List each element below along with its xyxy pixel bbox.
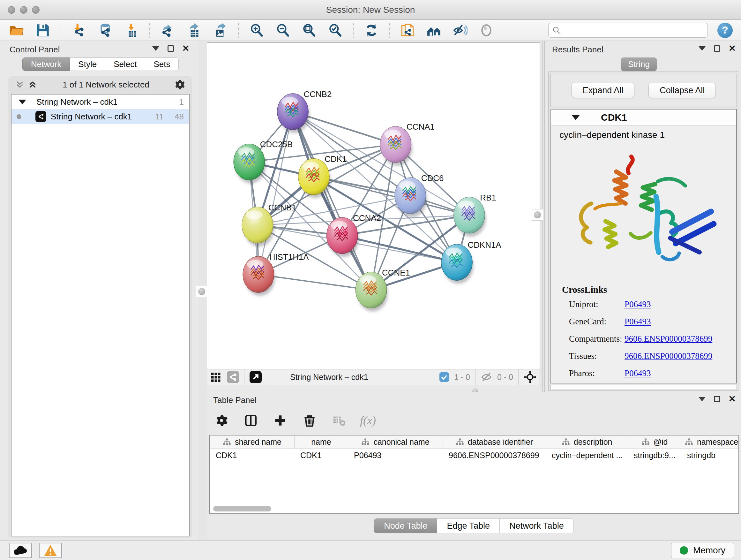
protein-card-header[interactable]: CDK1 bbox=[551, 110, 736, 125]
node-CCNA2[interactable]: CCNA2 bbox=[327, 213, 381, 257]
warning-button[interactable] bbox=[39, 543, 62, 558]
delete-table-icon[interactable] bbox=[331, 412, 347, 429]
home-view-button[interactable] bbox=[426, 22, 442, 39]
node-CCNB2[interactable]: CCNB2 bbox=[277, 90, 332, 133]
table-cell[interactable]: 9606.ENSP00000378699 bbox=[443, 449, 546, 462]
toolbar-separator bbox=[238, 23, 239, 38]
expand-all-tree-icon[interactable] bbox=[26, 78, 39, 91]
crosslink-link[interactable]: P06493 bbox=[624, 317, 651, 326]
network-canvas[interactable]: CCNB2CCNA1CDC25BCDK1CDC6RB1CCNB1CCNA2CDK… bbox=[207, 43, 540, 369]
tab-network[interactable]: Network bbox=[22, 57, 70, 71]
crosslink-link[interactable]: P06493 bbox=[624, 368, 651, 378]
panel-menu-icon[interactable] bbox=[698, 46, 705, 51]
zoom-fit-button[interactable] bbox=[300, 22, 317, 39]
column-header-name[interactable]: name bbox=[294, 435, 348, 449]
search-input[interactable] bbox=[563, 26, 704, 35]
column-header-shared-name[interactable]: shared name bbox=[210, 435, 294, 449]
tab-style[interactable]: Style bbox=[70, 57, 105, 71]
float-panel-icon[interactable] bbox=[167, 45, 174, 52]
network-share-icon[interactable] bbox=[227, 371, 239, 383]
table-horizontal-scrollbar[interactable] bbox=[213, 506, 271, 511]
crosslink-link[interactable]: P06493 bbox=[624, 300, 651, 309]
import-network-database-button[interactable] bbox=[97, 22, 114, 39]
network-graph[interactable]: CCNB2CCNA1CDC25BCDK1CDC6RB1CCNB1CCNA2CDK… bbox=[207, 43, 540, 369]
edge-CCNA2-CDKN1A[interactable] bbox=[342, 236, 457, 262]
table-cell[interactable]: P06493 bbox=[348, 449, 443, 462]
zoom-selected-button[interactable] bbox=[327, 22, 343, 39]
close-panel-icon[interactable]: ✕ bbox=[729, 45, 736, 52]
table-cell[interactable]: CDK1 bbox=[294, 449, 348, 462]
import-network-file-button[interactable] bbox=[71, 22, 87, 39]
birdseye-grid-icon[interactable] bbox=[210, 371, 222, 383]
hide-unhide-button[interactable] bbox=[452, 22, 468, 39]
table-options-gear-icon[interactable] bbox=[213, 412, 230, 429]
export-image-button[interactable] bbox=[212, 22, 228, 39]
cloud-button[interactable] bbox=[9, 543, 32, 558]
table-cell[interactable]: cyclin–dependent ... bbox=[546, 449, 628, 462]
zoom-out-button[interactable] bbox=[274, 22, 291, 39]
panel-menu-icon[interactable] bbox=[698, 397, 705, 401]
table-cell[interactable]: stringdb bbox=[681, 449, 739, 462]
expand-all-button[interactable]: Expand All bbox=[571, 83, 635, 98]
hidden-eye-slash-icon[interactable] bbox=[481, 371, 492, 383]
network-options-gear-icon[interactable] bbox=[173, 78, 187, 91]
zoom-in-button[interactable] bbox=[248, 22, 265, 39]
column-header-@id[interactable]: @id bbox=[628, 435, 681, 449]
delete-column-trash-icon[interactable] bbox=[301, 412, 318, 429]
crosslink-link[interactable]: 9606.ENSP00000378699 bbox=[624, 351, 712, 361]
export-network-button[interactable] bbox=[159, 22, 176, 39]
collapse-all-tree-icon[interactable] bbox=[13, 78, 26, 91]
help-button[interactable]: ? bbox=[718, 23, 733, 38]
clone-network-button[interactable] bbox=[400, 22, 416, 39]
tab-network-table[interactable]: Network Table bbox=[500, 518, 574, 533]
tab-node-table[interactable]: Node Table bbox=[374, 518, 437, 533]
tab-select[interactable]: Select bbox=[105, 57, 145, 71]
panel-menu-icon[interactable] bbox=[152, 46, 159, 51]
collapse-all-button[interactable]: Collapse All bbox=[649, 83, 716, 98]
right-splitter-handle[interactable] bbox=[532, 209, 543, 221]
node-CCNB1[interactable]: CCNB1 bbox=[242, 203, 296, 246]
float-panel-icon[interactable] bbox=[714, 45, 720, 52]
add-column-icon[interactable] bbox=[272, 412, 288, 429]
close-panel-icon[interactable]: ✕ bbox=[729, 396, 736, 402]
show-graphics-button[interactable] bbox=[478, 22, 495, 39]
collapse-card-icon[interactable] bbox=[571, 115, 580, 120]
memory-button[interactable]: Memory bbox=[671, 543, 734, 558]
tab-sets[interactable]: Sets bbox=[145, 57, 179, 71]
selected-checkbox-icon[interactable] bbox=[440, 372, 449, 382]
column-header-description[interactable]: description bbox=[546, 435, 628, 449]
column-header-canonical-name[interactable]: canonical name bbox=[348, 435, 443, 449]
node-RB1[interactable]: RB1 bbox=[454, 193, 496, 237]
table-row[interactable]: CDK1CDK1P064939606.ENSP00000378699cyclin… bbox=[210, 449, 738, 462]
function-builder-icon[interactable]: f(x) bbox=[360, 414, 376, 427]
close-panel-icon[interactable]: ✕ bbox=[182, 45, 190, 52]
network-row-selected[interactable]: String Network – cdk1 11 48 bbox=[11, 109, 189, 124]
left-splitter-handle[interactable] bbox=[196, 286, 207, 297]
column-header-namespace[interactable]: namespace bbox=[681, 435, 739, 449]
show-columns-icon[interactable] bbox=[243, 412, 259, 429]
tree-expand-icon[interactable] bbox=[18, 100, 26, 105]
network-collection-row[interactable]: String Network – cdk1 1 bbox=[11, 95, 189, 109]
node-HIST1H1A[interactable]: HIST1H1A bbox=[243, 253, 309, 296]
import-table-button[interactable] bbox=[123, 22, 140, 39]
crosslink-link[interactable]: 9606.ENSP00000378699 bbox=[624, 334, 712, 344]
table-cell[interactable]: stringdb:9... bbox=[628, 449, 681, 462]
export-table-button[interactable] bbox=[186, 22, 202, 39]
node-CCNA1[interactable]: CCNA1 bbox=[380, 122, 434, 166]
refresh-button[interactable] bbox=[363, 22, 380, 39]
tab-edge-table[interactable]: Edge Table bbox=[437, 518, 500, 533]
left-splitter[interactable] bbox=[198, 41, 207, 540]
node-CDKN1A[interactable]: CDKN1A bbox=[441, 240, 502, 284]
fit-selected-crosshair-icon[interactable] bbox=[524, 371, 536, 383]
tab-string[interactable]: String bbox=[621, 57, 657, 71]
table-cell[interactable]: CDK1 bbox=[210, 449, 294, 462]
edge-HIST1H1A-CCNE1[interactable] bbox=[259, 274, 371, 290]
save-session-button[interactable] bbox=[35, 22, 51, 39]
open-in-window-icon[interactable] bbox=[250, 371, 262, 383]
edge-CCNB2-CCNE1[interactable] bbox=[293, 112, 371, 290]
open-session-button[interactable] bbox=[8, 22, 25, 39]
column-header-database-identifier[interactable]: database identifier bbox=[443, 435, 546, 449]
node-CCNE1[interactable]: CCNE1 bbox=[355, 268, 410, 312]
search-box[interactable] bbox=[548, 23, 708, 38]
float-panel-icon[interactable] bbox=[714, 396, 720, 402]
